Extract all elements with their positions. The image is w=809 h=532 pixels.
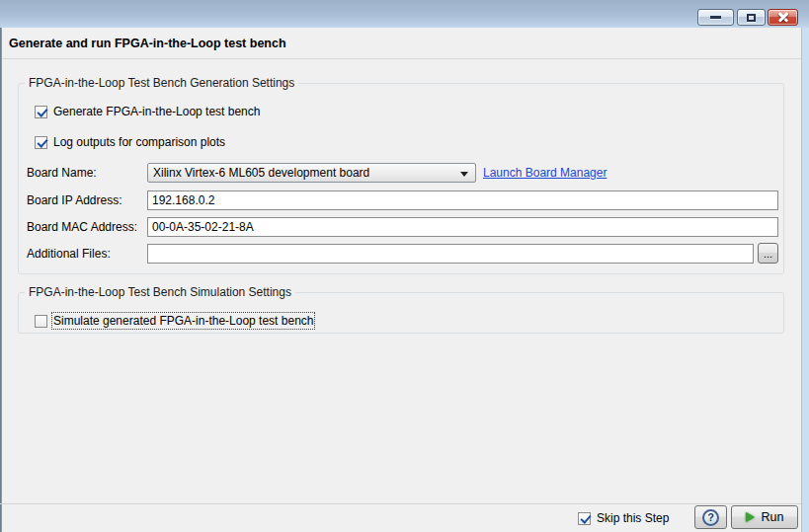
board-mac-input[interactable] [147, 217, 778, 237]
board-name-value: Xilinx Virtex-6 ML605 development board [153, 166, 369, 180]
board-mac-row: Board MAC Address: [27, 216, 778, 237]
generation-settings-legend: FPGA-in-the-Loop Test Bench Generation S… [25, 76, 298, 90]
footer-separator [0, 503, 801, 504]
window-border-left [0, 28, 2, 532]
skip-step-checkbox[interactable] [578, 512, 591, 525]
minimize-icon [710, 16, 721, 19]
help-icon: ? [702, 509, 719, 526]
generate-testbench-checkbox[interactable] [35, 106, 47, 118]
log-outputs-row: Log outputs for comparison plots [35, 135, 225, 149]
browse-files-button[interactable]: ... [758, 243, 778, 264]
simulation-settings-group: FPGA-in-the-Loop Test Bench Simulation S… [18, 292, 784, 334]
simulate-testbench-label: Simulate generated FPGA-in-the-Loop test… [53, 314, 313, 328]
log-outputs-checkbox[interactable] [35, 136, 47, 149]
board-mac-label: Board MAC Address: [27, 220, 147, 234]
skip-step-row: Skip this Step [578, 511, 669, 525]
restore-icon [747, 14, 756, 22]
additional-files-input[interactable] [147, 244, 754, 264]
board-name-label: Board Name: [27, 166, 147, 180]
simulate-testbench-checkbox[interactable] [35, 315, 47, 328]
ellipsis-icon: ... [764, 248, 772, 260]
additional-files-label: Additional Files: [27, 247, 147, 261]
page-title: Generate and run FPGA-in-the-Loop test b… [9, 37, 286, 50]
play-icon [746, 512, 755, 522]
generate-testbench-label: Generate FPGA-in-the-Loop test bench [53, 105, 260, 118]
board-name-row: Board Name: Xilinx Virtex-6 ML605 develo… [27, 162, 607, 183]
close-icon [777, 12, 789, 23]
run-button[interactable]: Run [731, 505, 798, 529]
launch-board-manager-link[interactable]: Launch Board Manager [483, 166, 607, 180]
log-outputs-label: Log outputs for comparison plots [53, 135, 225, 149]
page-header: Generate and run FPGA-in-the-Loop test b… [2, 28, 801, 59]
chevron-down-icon [460, 172, 468, 177]
title-bar [0, 0, 809, 28]
restore-button[interactable] [737, 9, 766, 26]
skip-step-label: Skip this Step [597, 511, 669, 525]
run-label: Run [762, 510, 784, 524]
board-ip-input[interactable] [147, 190, 778, 210]
window-border-right [801, 28, 809, 532]
board-name-select[interactable]: Xilinx Virtex-6 ML605 development board [147, 163, 476, 183]
board-ip-label: Board IP Address: [27, 193, 147, 207]
additional-files-row: Additional Files: ... [27, 243, 778, 264]
simulation-settings-legend: FPGA-in-the-Loop Test Bench Simulation S… [25, 285, 295, 299]
generation-settings-group: FPGA-in-the-Loop Test Bench Generation S… [18, 83, 784, 274]
simulate-testbench-row: Simulate generated FPGA-in-the-Loop test… [35, 314, 313, 328]
board-ip-row: Board IP Address: [27, 190, 778, 210]
help-button[interactable]: ? [694, 505, 727, 529]
minimize-button[interactable] [697, 9, 734, 26]
generate-testbench-row: Generate FPGA-in-the-Loop test bench [35, 105, 260, 118]
close-button[interactable] [768, 9, 798, 26]
dialog-window: Generate and run FPGA-in-the-Loop test b… [0, 0, 809, 532]
